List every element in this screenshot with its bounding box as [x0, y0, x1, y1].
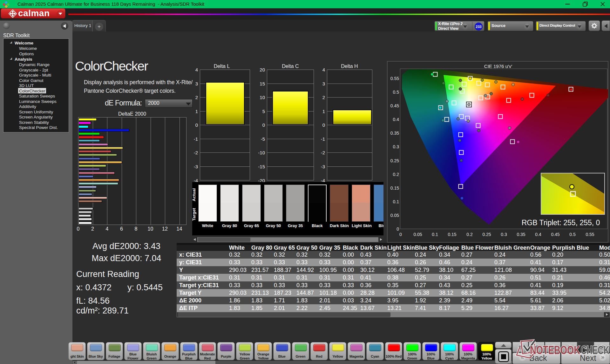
svg-text:CHECK: CHECK [581, 344, 609, 357]
svg-text:NOTEBOOK: NOTEBOOK [530, 344, 580, 357]
